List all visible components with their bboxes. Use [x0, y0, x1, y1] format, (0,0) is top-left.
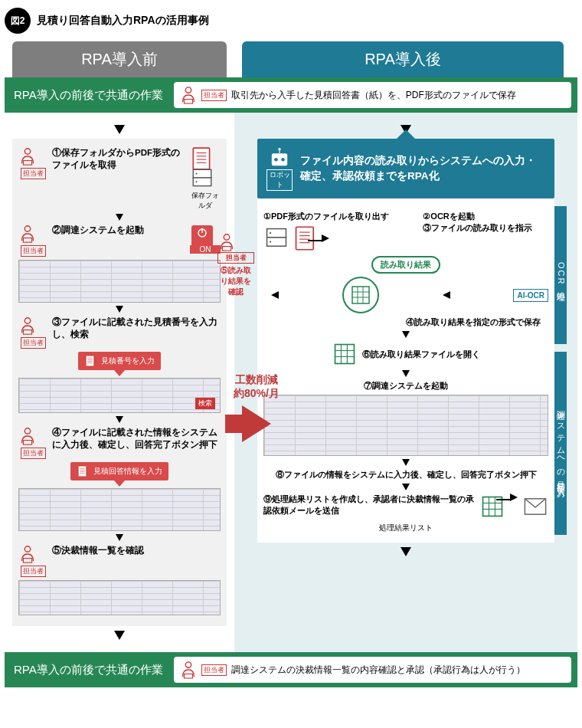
arrow-down-icon [114, 631, 125, 640]
operator-badge: 担当者 [18, 224, 47, 257]
common-bottom-operator: 担当者 [201, 664, 227, 676]
reduction-line1: 工数削減 [230, 373, 283, 387]
result-list-label: 処理結果リスト [263, 523, 548, 533]
arrow-left-icon [271, 291, 279, 299]
after-step-4: ④読み取り結果を指定の形式で保存 [406, 316, 548, 328]
big-arrow-icon [242, 405, 271, 442]
common-bottom-desc: 調達システムの決裁情報一覧の内容確認と承認（承認行為は人が行う） [231, 664, 525, 677]
arrow-down-icon [402, 459, 410, 466]
before-step-4: 担当者 ④ファイルに記載された情報をシステムに入力後、確定し、回答完了ボタン押下 [18, 426, 221, 459]
arrow-down-icon [116, 214, 123, 221]
arrow-down-icon [116, 416, 123, 423]
reduction-line2: 約80%/月 [230, 387, 283, 401]
before-step-2-text: ②調達システムを起動 [52, 224, 185, 236]
common-bottom-bar: RPA導入の前後で共通の作業 担当者 調達システムの決裁情報一覧の内容確認と承認… [5, 652, 577, 687]
operator-badge: 担当者 [18, 426, 47, 459]
arrow-down-icon [402, 331, 410, 338]
after-heading: RPA導入後 [242, 41, 564, 77]
reduction-callout: 工数削減 約80%/月 [230, 373, 283, 442]
after-step-8: ⑧ファイルの情報をシステムに入力後、確定し、回答完了ボタン押下 [263, 469, 548, 480]
arrow-right-icon [510, 494, 518, 501]
arrow-down-icon [402, 370, 410, 377]
common-top-operator: 担当者 [201, 90, 227, 101]
folder-icon: 保存フォルダ [190, 146, 221, 211]
figure-header: 図2 見積り回答自動入力RPAの活用事例 [0, 0, 582, 41]
figure-badge: 図2 [5, 8, 31, 34]
system-screenshot [18, 260, 221, 303]
before-step-1-text: ①保存フォルダからPDF形式のファイルを取得 [52, 146, 185, 171]
ai-ocr-badge: AI-OCR [513, 289, 548, 302]
side-label-system: 調達システムへの見積回答入力 [554, 352, 567, 535]
before-step-3: 担当者 ③ファイルに記載された見積番号を入力し、検索 [18, 316, 221, 349]
before-step-4-text: ④ファイルに記載された情報をシステムに入力後、確定し、回答完了ボタン押下 [52, 426, 221, 451]
arrow-down-icon [116, 306, 123, 313]
doc-icon [293, 225, 319, 251]
arrow-down-icon [114, 125, 125, 134]
body: 担当者 ①保存フォルダからPDF形式のファイルを取得 保存フォルダ 担当者 ②調… [0, 113, 582, 652]
red-callout: 見積回答情報を入力 [70, 462, 168, 480]
robot-icon: ロボット [266, 146, 293, 191]
arrow-down-icon [402, 484, 410, 490]
operator-badge: 担当者 [217, 252, 254, 264]
sheet-icon [479, 494, 505, 520]
common-top-bar: RPA導入の前後で共通の作業 担当者 取引先から入手した見積回答書（紙）を、PD… [5, 77, 577, 113]
operator-badge: 担当者 [18, 544, 47, 577]
on-button-icon: ON [190, 224, 221, 254]
after-step-9: ⑨処理結果リストを作成し、承認者に決裁情報一覧の承認依頼メールを送信 [263, 494, 475, 516]
red-callout: 見積番号を入力 [78, 352, 161, 370]
before-step-3-text: ③ファイルに記載された見積番号を入力し、検索 [52, 316, 221, 340]
robot-text: ファイル内容の読み取りからシステムへの入力・確定、承認依頼までをRPA化 [300, 153, 545, 185]
system-screenshot [263, 395, 548, 456]
sheet-icon [332, 341, 358, 367]
operator-badge: 担当者 [18, 146, 47, 179]
before-step-1: 担当者 ①保存フォルダからPDF形式のファイルを取得 保存フォルダ [18, 146, 221, 211]
arrow-down-icon [401, 547, 411, 556]
system-screenshot [18, 580, 221, 615]
after-step-1: ①PDF形式のファイルを取り出す [263, 211, 411, 222]
green-circle-icon [342, 277, 379, 313]
after-step-7: ⑦調達システムを起動 [263, 380, 548, 392]
common-top-desc: 取引先から入手した見積回答書（紙）を、PDF形式のファイルで保存 [231, 89, 516, 102]
common-bottom-pill: 担当者 調達システムの決裁情報一覧の内容確認と承認（承認行為は人が行う） [174, 657, 571, 683]
before-step-5: 担当者 ⑤決裁情報一覧を確認 [18, 544, 221, 577]
search-button-label: 検索 [195, 398, 215, 409]
person-icon [180, 660, 197, 680]
before-heading: RPA導入前 [12, 41, 227, 77]
after-step-3: ③ファイルの読み取りを指示 [423, 222, 548, 234]
common-bottom-label: RPA導入の前後で共通の作業 [11, 661, 166, 679]
figure-title: 見積り回答自動入力RPAの活用事例 [37, 14, 209, 28]
column-headers: RPA導入前 RPA導入後 [0, 41, 582, 77]
before-step-2: 担当者 ②調達システムを起動 ON [18, 224, 221, 257]
common-top-pill: 担当者 取引先から入手した見積回答書（紙）を、PDF形式のファイルで保存 [174, 82, 571, 108]
read-result-pill: 読み取り結果 [371, 256, 440, 274]
system-screenshot: 検索 [18, 378, 221, 413]
after-step-2: ②OCRを起動 [423, 211, 548, 222]
common-top-label: RPA導入の前後で共通の作業 [11, 87, 166, 104]
arrow-left-icon [443, 291, 450, 299]
after-step-5: ⑤読み取り結果を確認 [217, 265, 254, 297]
robot-header: ロボット ファイル内容の読み取りからシステムへの入力・確定、承認依頼までをRPA… [257, 139, 554, 198]
mail-icon [522, 494, 548, 520]
side-label-ocr: OCR処理 [554, 206, 567, 344]
operator-badge: 担当者 [18, 316, 47, 349]
after-flow: OCR処理 調達システムへの見積回答入力 ①PDF形式のファイルを取り出す ②O… [257, 198, 554, 543]
before-step-5-text: ⑤決裁情報一覧を確認 [52, 544, 221, 556]
before-panel: 担当者 ①保存フォルダからPDF形式のファイルを取得 保存フォルダ 担当者 ②調… [5, 113, 234, 652]
after-step-6: ⑥読み取り結果ファイルを開く [362, 349, 480, 360]
person-icon [180, 85, 197, 105]
system-screenshot [18, 488, 221, 531]
server-icon [263, 225, 289, 251]
arrow-down-icon [116, 534, 123, 541]
after-panel: ロボット ファイル内容の読み取りからシステムへの入力・確定、承認依頼までをRPA… [234, 113, 577, 652]
arrow-right-icon [322, 234, 329, 242]
